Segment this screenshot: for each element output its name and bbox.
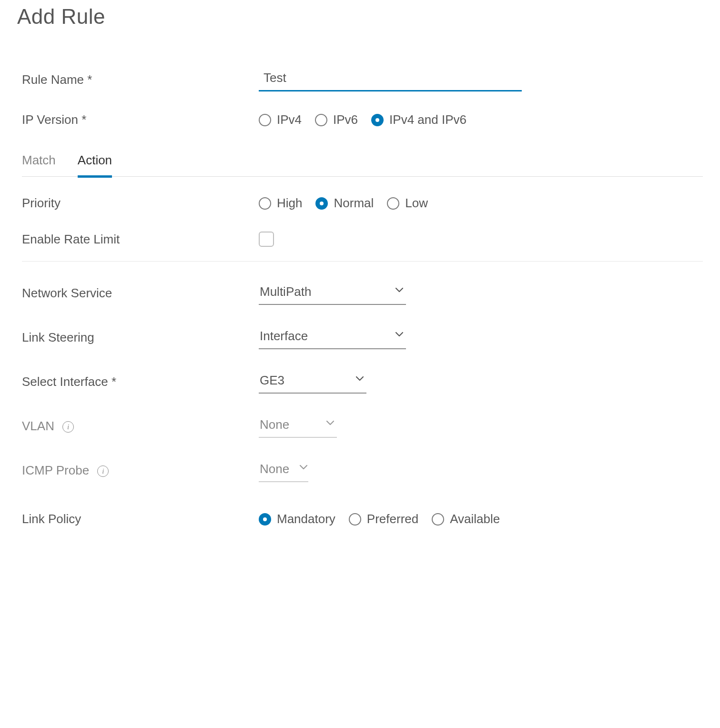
priority-normal-radio[interactable]: Normal (315, 196, 374, 211)
chevron-down-icon (325, 417, 336, 432)
link-policy-mandatory-radio[interactable]: Mandatory (259, 512, 335, 526)
tab-match[interactable]: Match (22, 148, 56, 178)
tabs: Match Action (22, 148, 703, 177)
chevron-down-icon (354, 373, 365, 388)
priority-row: Priority High Normal Low (17, 177, 703, 221)
link-policy-row: Link Policy Mandatory Preferred Availabl… (17, 493, 703, 537)
priority-low-radio[interactable]: Low (387, 196, 428, 211)
icmp-probe-label-text: ICMP Probe (22, 463, 89, 477)
vlan-row: VLAN i None (17, 404, 703, 448)
enable-rate-limit-row: Enable Rate Limit (17, 221, 703, 257)
link-steering-select[interactable]: Interface (259, 326, 406, 349)
priority-high-label: High (277, 196, 302, 211)
select-interface-row: Select Interface GE3 (17, 360, 703, 404)
link-steering-label: Link Steering (22, 330, 259, 345)
radio-icon (259, 197, 271, 210)
icmp-probe-label: ICMP Probe i (22, 463, 259, 478)
rule-name-input[interactable] (259, 68, 522, 91)
ip-version-both-radio[interactable]: IPv4 and IPv6 (371, 112, 466, 127)
select-interface-value: GE3 (260, 373, 345, 388)
enable-rate-limit-label: Enable Rate Limit (22, 232, 259, 247)
network-service-row: Network Service MultiPath (17, 265, 703, 315)
info-icon[interactable]: i (97, 465, 109, 477)
chevron-down-icon (394, 284, 405, 299)
chevron-down-icon (298, 462, 309, 476)
ip-version-ipv6-radio[interactable]: IPv6 (315, 112, 358, 127)
icmp-probe-value: None (260, 462, 289, 476)
info-icon[interactable]: i (62, 421, 74, 433)
icmp-probe-row: ICMP Probe i None (17, 448, 703, 493)
network-service-value: MultiPath (260, 284, 385, 299)
rule-name-row: Rule Name (17, 57, 703, 102)
vlan-label-text: VLAN (22, 419, 54, 433)
ip-version-both-label: IPv4 and IPv6 (389, 112, 466, 127)
page-title: Add Rule (17, 5, 703, 29)
chevron-down-icon (394, 329, 405, 344)
link-policy-mandatory-label: Mandatory (277, 512, 335, 526)
priority-high-radio[interactable]: High (259, 196, 302, 211)
icmp-probe-select: None (259, 459, 308, 482)
vlan-select: None (259, 415, 337, 438)
add-rule-dialog: Add Rule Rule Name IP Version IPv4 IPv6 … (0, 0, 720, 728)
vlan-value: None (260, 417, 316, 432)
link-policy-preferred-radio[interactable]: Preferred (349, 512, 418, 526)
radio-icon (349, 513, 361, 526)
select-interface-select[interactable]: GE3 (259, 370, 366, 394)
radio-icon (315, 114, 327, 126)
network-service-select[interactable]: MultiPath (259, 282, 406, 305)
enable-rate-limit-checkbox[interactable] (259, 232, 274, 247)
radio-icon (371, 114, 384, 126)
priority-normal-label: Normal (334, 196, 374, 211)
link-policy-preferred-label: Preferred (367, 512, 418, 526)
select-interface-label: Select Interface (22, 374, 259, 389)
priority-low-label: Low (405, 196, 428, 211)
rule-name-label: Rule Name (22, 72, 259, 87)
ip-version-label: IP Version (22, 112, 259, 127)
link-policy-available-label: Available (450, 512, 500, 526)
ip-version-row: IP Version IPv4 IPv6 IPv4 and IPv6 (17, 102, 703, 138)
link-steering-row: Link Steering Interface (17, 315, 703, 360)
radio-icon (315, 197, 328, 210)
ip-version-ipv4-label: IPv4 (277, 112, 302, 127)
link-policy-label: Link Policy (22, 512, 259, 526)
priority-label: Priority (22, 196, 259, 211)
ip-version-ipv4-radio[interactable]: IPv4 (259, 112, 302, 127)
network-service-label: Network Service (22, 286, 259, 301)
section-divider (22, 261, 703, 262)
tab-action[interactable]: Action (78, 148, 112, 178)
ip-version-ipv6-label: IPv6 (333, 112, 358, 127)
radio-icon (259, 114, 271, 126)
radio-icon (432, 513, 444, 526)
link-policy-available-radio[interactable]: Available (432, 512, 500, 526)
radio-icon (259, 513, 271, 526)
link-steering-value: Interface (260, 329, 385, 344)
radio-icon (387, 197, 399, 210)
vlan-label: VLAN i (22, 419, 259, 434)
